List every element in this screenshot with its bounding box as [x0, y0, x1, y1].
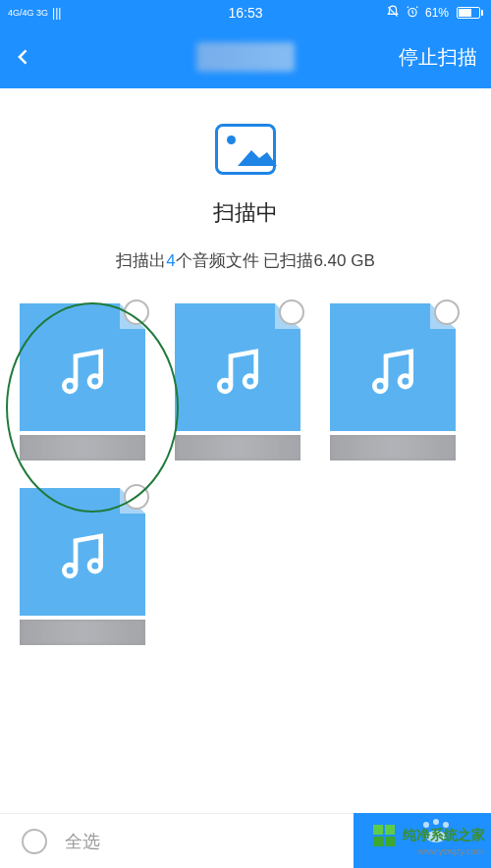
- audio-file-item[interactable]: [175, 303, 300, 461]
- battery-icon: [455, 7, 483, 19]
- svg-point-4: [245, 376, 256, 388]
- scan-subtitle: 扫描出4个音频文件 已扫描6.40 GB: [0, 249, 491, 272]
- audio-file-item[interactable]: [20, 488, 145, 645]
- scan-status-panel: 扫描中 扫描出4个音频文件 已扫描6.40 GB: [0, 88, 491, 294]
- signal-bars-icon: |||: [52, 6, 61, 20]
- status-time: 16:53: [228, 5, 262, 21]
- stop-scan-button[interactable]: 停止扫描: [399, 44, 477, 71]
- watermark: 纯净系统之家 www.ycwjzy.com: [371, 823, 485, 848]
- audio-file-item[interactable]: [20, 303, 145, 461]
- file-thumbnail: [20, 303, 145, 431]
- file-name-label: [20, 620, 145, 645]
- file-name-label: [20, 435, 145, 461]
- chevron-left-icon: [14, 40, 33, 74]
- music-note-icon: [365, 345, 420, 400]
- network-label: 4G/4G 3G: [8, 9, 48, 18]
- file-name-label: [175, 435, 300, 461]
- svg-point-5: [374, 380, 386, 392]
- watermark-url: www.ycwjzy.com: [417, 846, 483, 856]
- status-bar: 4G/4G 3G ||| 16:53 61%: [0, 0, 491, 26]
- audio-file-item[interactable]: [330, 303, 456, 461]
- scan-size: 6.40 GB: [313, 251, 374, 270]
- select-checkbox[interactable]: [124, 299, 149, 325]
- app-header: 停止扫描: [0, 26, 491, 88]
- svg-point-8: [89, 561, 101, 572]
- svg-point-6: [400, 376, 411, 388]
- music-note-icon: [55, 529, 110, 584]
- select-all-checkbox[interactable]: [22, 829, 47, 854]
- watermark-brand: 纯净系统之家: [403, 827, 485, 844]
- music-note-icon: [55, 345, 110, 400]
- scan-count: 4: [166, 251, 175, 270]
- file-grid: [0, 294, 491, 645]
- watermark-logo-icon: [371, 823, 397, 848]
- back-button[interactable]: [14, 40, 33, 74]
- battery-percent: 61%: [425, 6, 449, 20]
- file-thumbnail: [175, 303, 300, 431]
- svg-point-3: [219, 380, 231, 392]
- music-note-icon: [210, 345, 265, 400]
- svg-point-2: [89, 376, 101, 388]
- mountain-icon: [238, 146, 277, 166]
- select-checkbox[interactable]: [434, 299, 460, 325]
- file-thumbnail: [330, 303, 456, 431]
- file-name-label: [330, 435, 456, 461]
- svg-point-1: [64, 380, 76, 392]
- select-checkbox[interactable]: [279, 299, 304, 325]
- scan-title: 扫描中: [0, 198, 491, 228]
- page-title: [196, 42, 295, 72]
- file-thumbnail: [20, 488, 145, 616]
- alarm-icon: [406, 5, 419, 22]
- select-all-label[interactable]: 全选: [65, 830, 100, 853]
- mute-icon: [386, 5, 400, 22]
- photo-placeholder-icon: [215, 124, 276, 175]
- svg-point-7: [64, 565, 76, 576]
- select-checkbox[interactable]: [124, 484, 149, 510]
